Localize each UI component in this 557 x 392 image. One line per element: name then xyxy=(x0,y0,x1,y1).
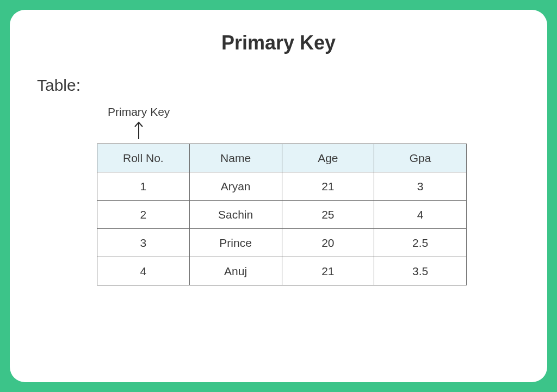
diagram: Primary Key Roll No. Name Age Gpa 1 xyxy=(37,105,520,285)
cell-gpa: 3.5 xyxy=(374,257,467,285)
col-header-name: Name xyxy=(189,144,282,172)
cell-roll: 1 xyxy=(97,172,190,201)
table-row: 4 Anuj 21 3.5 xyxy=(97,257,467,285)
table-row: 2 Sachin 25 4 xyxy=(97,201,467,229)
section-label: Table: xyxy=(37,76,520,95)
cell-name: Aryan xyxy=(189,172,282,201)
cell-name: Prince xyxy=(189,229,282,257)
cell-gpa: 4 xyxy=(374,201,467,229)
cell-age: 21 xyxy=(282,257,374,285)
page-title: Primary Key xyxy=(37,32,520,54)
col-header-age: Age xyxy=(282,144,374,172)
cell-roll: 2 xyxy=(97,201,190,229)
primary-key-annotation: Primary Key xyxy=(108,105,170,140)
cell-age: 20 xyxy=(282,229,374,257)
col-header-gpa: Gpa xyxy=(374,144,467,172)
table-header-row: Roll No. Name Age Gpa xyxy=(97,144,467,172)
col-header-roll: Roll No. xyxy=(97,144,190,172)
data-table: Roll No. Name Age Gpa 1 Aryan 21 3 2 Sac… xyxy=(97,144,467,285)
cell-gpa: 3 xyxy=(374,172,467,201)
card: Primary Key Table: Primary Key Roll No. … xyxy=(10,10,547,382)
cell-gpa: 2.5 xyxy=(374,229,467,257)
cell-age: 21 xyxy=(282,172,374,201)
cell-name: Anuj xyxy=(189,257,282,285)
annotation-label: Primary Key xyxy=(108,105,170,119)
table-row: 1 Aryan 21 3 xyxy=(97,172,467,201)
cell-roll: 3 xyxy=(97,229,190,257)
table-row: 3 Prince 20 2.5 xyxy=(97,229,467,257)
arrow-up-icon xyxy=(108,121,170,140)
cell-roll: 4 xyxy=(97,257,190,285)
cell-name: Sachin xyxy=(189,201,282,229)
cell-age: 25 xyxy=(282,201,374,229)
